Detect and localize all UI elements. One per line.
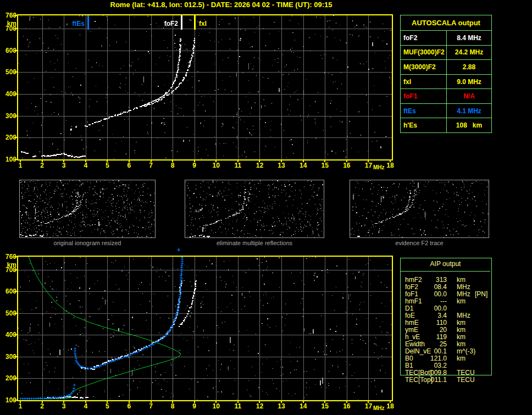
x-axis-tick-mark	[259, 401, 260, 403]
x-axis-tick-mark	[20, 401, 21, 403]
x-axis-tick-label: 14	[296, 402, 311, 410]
x-axis-tick-label: 9	[187, 402, 202, 410]
x-axis-tick-label: 9	[187, 162, 202, 169]
x-axis-tick-mark	[237, 161, 239, 162]
x-axis-tick-mark	[346, 161, 347, 162]
x-axis-tick-mark	[259, 161, 260, 162]
panel-original-canvas	[20, 180, 155, 237]
x-axis-tick-mark	[42, 161, 43, 162]
autoscala-table-title: AUTOSCALA output	[401, 15, 491, 30]
y-axis-unit-label: km	[1, 20, 16, 27]
aip-unit: km	[457, 355, 465, 362]
x-axis-tick-mark	[63, 401, 64, 403]
autoscala-param: ftEs	[401, 104, 447, 118]
y-axis-tick-mark	[14, 15, 17, 16]
top-ionogram-plot	[17, 14, 393, 161]
x-axis-tick-label: 3	[57, 402, 71, 410]
panel-eliminate-canvas	[185, 180, 324, 237]
x-axis-tick-mark	[42, 401, 43, 403]
panel-evidence-f2	[350, 180, 489, 238]
x-axis-tick-mark	[151, 401, 152, 403]
y-axis-tick-mark	[14, 137, 17, 138]
aip-table-header-separator	[401, 271, 490, 272]
x-axis-unit-label: MHz	[373, 164, 385, 170]
x-axis-tick-label: 1	[13, 162, 27, 169]
x-axis-tick-label: 15	[318, 162, 332, 169]
autoscala-param: foF2	[401, 31, 447, 45]
top-ionogram-canvas	[18, 15, 392, 159]
aip-unit: TECU	[457, 377, 475, 384]
station-title: Rome (lat: +41.8, lon: 012.5) - DATE: 20…	[33, 1, 409, 9]
x-axis-tick-label: 2	[35, 402, 49, 410]
y-axis-tick-mark	[14, 115, 17, 117]
panel-caption-original: original ionogram resized	[19, 240, 156, 247]
x-axis-tick-mark	[390, 401, 391, 403]
autoscala-value: 2.88	[447, 60, 491, 74]
autoscala-value: 8.4 MHz	[447, 31, 491, 45]
x-axis-tick-mark	[151, 161, 152, 162]
x-axis-tick-mark	[324, 401, 325, 403]
x-axis-tick-mark	[20, 161, 21, 162]
x-axis-tick-mark	[281, 161, 282, 162]
x-axis-tick-label: 7	[144, 402, 158, 410]
x-axis-tick-label: 13	[274, 162, 289, 169]
x-axis-tick-mark	[129, 401, 130, 403]
x-axis-tick-label: 16	[340, 162, 354, 169]
y-axis-tick-mark	[14, 269, 17, 270]
y-axis-tick-mark	[14, 71, 17, 73]
x-axis-tick-label: 2	[35, 162, 49, 169]
autoscala-value: 24.2 MHz	[447, 46, 491, 60]
aip-table-title: AIP output	[400, 261, 491, 268]
x-axis-tick-mark	[303, 161, 304, 162]
x-axis-unit-label: MHz	[373, 405, 385, 411]
x-axis-tick-mark	[107, 161, 108, 162]
x-axis-tick-label: 11	[231, 162, 245, 169]
y-axis-tick-mark	[14, 291, 17, 292]
x-axis-tick-label: 11	[231, 402, 245, 410]
x-axis-tick-label: 18	[383, 162, 397, 169]
y-axis-tick-mark	[14, 159, 17, 160]
x-axis-tick-label: 8	[165, 402, 180, 410]
marker-line-fxI	[194, 15, 196, 30]
x-axis-tick-label: 4	[79, 402, 93, 410]
x-axis-tick-mark	[194, 161, 195, 162]
x-axis-tick-mark	[215, 401, 217, 403]
autoscala-param: M(3000)F2	[401, 60, 447, 74]
autoscala-value: N/A	[447, 89, 491, 103]
x-axis-tick-mark	[172, 161, 173, 162]
marker-line-foF2	[181, 15, 182, 30]
y-axis-unit-label: km	[1, 261, 16, 269]
panel-original-ionogram	[19, 180, 156, 238]
autoscala-row-h'Es: h'Es108 km	[401, 118, 491, 132]
autoscala-value: 108 km	[447, 118, 491, 132]
x-axis-tick-mark	[85, 161, 86, 162]
y-axis-tick-mark	[14, 50, 17, 51]
x-axis-tick-label: 13	[274, 402, 289, 410]
x-axis-tick-mark	[368, 161, 369, 162]
bottom-ionogram-plot	[17, 256, 393, 401]
y-axis-tick-mark	[14, 334, 17, 335]
autoscala-param: MUF(3000)F2	[401, 46, 447, 60]
autoscala-row-M(3000)F2: M(3000)F22.88	[401, 59, 491, 74]
y-axis-tick-mark	[14, 93, 17, 95]
x-axis-tick-label: 15	[318, 402, 332, 410]
y-axis-tick-mark	[14, 378, 17, 379]
x-axis-tick-mark	[346, 401, 347, 403]
autoscala-row-MUF(3000)F2: MUF(3000)F224.2 MHz	[401, 45, 491, 60]
autoscala-param: foF1	[401, 89, 447, 103]
x-axis-tick-mark	[237, 401, 239, 403]
autoscala-value: 9.0 MHz	[447, 75, 491, 89]
marker-label-fxI: fxI	[199, 20, 223, 27]
marker-line-ftEs	[87, 15, 89, 30]
x-axis-tick-mark	[281, 401, 282, 403]
x-axis-tick-label: 12	[252, 162, 267, 169]
x-axis-tick-label: 7	[144, 162, 158, 169]
x-axis-tick-mark	[63, 161, 64, 162]
x-axis-tick-mark	[303, 401, 304, 403]
x-axis-tick-label: 8	[165, 162, 180, 169]
autoscala-param: fxI	[401, 75, 447, 89]
marker-label-foF2: foF2	[154, 20, 178, 27]
x-axis-tick-mark	[85, 401, 86, 403]
autoscala-value: 4.1 MHz	[447, 104, 491, 118]
panel-caption-evidence: evidence F2 trace	[350, 240, 489, 247]
